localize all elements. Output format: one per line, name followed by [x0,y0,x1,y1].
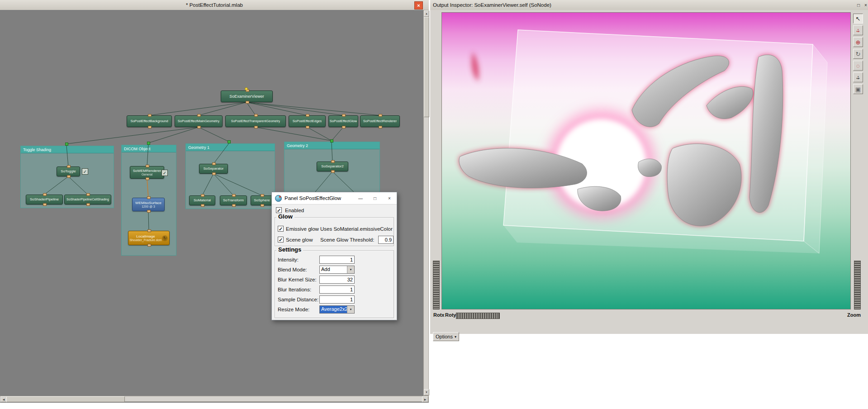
node-wemisosurface[interactable]: WEMIsoSurface 1200 @ 3 [132,198,165,211]
rotate-mode-button[interactable]: ↻ [853,49,863,59]
right-window-titlebar[interactable]: Output Inspector: SoExaminerViewer.self … [430,0,868,10]
horizontal-scrollbar[interactable]: ◀ ▶ [0,396,429,402]
horizontal-scroll-thumb[interactable] [6,396,125,402]
wem-renderer-checkbox[interactable]: ✓ [161,170,168,176]
cube-icon: ▣ [855,86,861,93]
group-input-connector[interactable] [330,139,333,143]
node-soshaderpipeline[interactable]: SoShaderPipeline [26,195,63,204]
blend-mode-select[interactable]: Add ▼ [319,266,355,274]
check-icon: ✓ [277,208,281,213]
roty-label: Roty [445,312,456,318]
perspective-mode-button[interactable]: ▣ [853,84,863,94]
zoom-thumbwheel[interactable] [854,261,861,309]
options-dropdown-icon: ▾ [455,335,456,339]
zoom-icon: ⊕ [856,39,861,46]
roty-thumbwheel[interactable] [456,313,500,319]
enabled-checkbox[interactable]: ✓ [276,207,282,213]
viewer-output-connector[interactable] [245,87,248,90]
node-soposteffectedges[interactable]: SoPostEffectEdges [289,115,326,127]
pick-mode-button[interactable]: ↖ [853,14,863,24]
scroll-left-icon[interactable]: ◀ [0,396,7,402]
node-localimage[interactable]: LocalImage Shoulder_Fracture.dcm ↻ [128,231,170,245]
seek-icon: ◌ [856,62,860,69]
blur-kernel-size-input[interactable] [319,276,355,284]
node-soposteffecttransparentgeometry[interactable]: SoPostEffectTransparentGeometry [225,115,286,127]
dialog-icon [275,195,282,202]
rotx-label: Rotx [433,312,444,318]
glow-group-title: Glow [276,213,294,220]
group-header-geometry-1[interactable]: Geometry 1 [186,144,275,151]
close-button[interactable]: × [414,1,423,10]
3d-viewport[interactable] [441,12,851,309]
node-soposteffectrenderer[interactable]: SoPostEffectRenderer [360,115,400,127]
resize-mode-select[interactable]: Average2x2 ▼ [319,305,355,314]
seek-mode-button[interactable]: ◌ [853,61,863,71]
panel-soposteffectglow-dialog[interactable]: Panel SoPostEffectGlow — □ × ✓ Enabled G… [271,192,397,320]
dropdown-arrow-icon[interactable]: ▼ [347,306,354,313]
group-header-dicom-object[interactable]: DICOM Object [122,145,176,152]
intensity-label: Intensity: [278,257,299,263]
translate-mode-button[interactable]: ↔↕ [853,72,863,82]
group-header-geometry-2[interactable]: Geometry 2 [285,142,379,149]
pan-mode-button[interactable]: ↔↕ [853,25,863,35]
maximize-button[interactable]: □ [855,1,862,9]
reload-icon[interactable]: ↻ [162,235,168,241]
maximize-button[interactable]: □ [368,192,382,204]
node-soshaderpipelinecellshading[interactable]: SoShaderPipelineCellShading [64,195,111,204]
node-soposteffectbackground[interactable]: SoPostEffectBackground [127,115,172,127]
scroll-right-icon[interactable]: ▶ [422,396,428,402]
node-soposteffectmaingeometry[interactable]: SoPostEffectMainGeometry [175,115,223,127]
group-header-toggle-shading[interactable]: Toggle Shading [21,146,114,153]
close-button[interactable]: × [862,1,868,9]
settings-group-title: Settings [276,246,303,253]
node-sosphere[interactable]: SoSphere [251,195,273,205]
enabled-label: Enabled [285,207,304,214]
check-icon: ✓ [163,171,166,176]
options-button[interactable]: Options ▾ [433,332,459,341]
node-sotransform[interactable]: SoTransform [220,195,247,205]
right-window-title: Output Inspector: SoExaminerViewer.self … [433,2,551,8]
dropdown-arrow-icon[interactable]: ▼ [347,266,354,273]
node-somaterial[interactable]: SoMaterial [189,195,215,205]
zoom-label: Zoom [845,312,861,318]
left-window-titlebar[interactable]: * PostEffectTutorial.mlab [0,0,429,10]
node-soseparator2[interactable]: SoSeparator2 [317,162,348,171]
scroll-down-icon[interactable]: ▼ [424,389,429,395]
minimize-button[interactable]: — [353,192,368,204]
node-soposteffectglow[interactable]: SoPostEffectGlow [328,115,358,127]
node-soexaminerviewer[interactable]: SoExaminerViewer [221,90,273,102]
emissive-glow-checkbox[interactable]: ✓ [278,226,284,232]
scene-glow-checkbox[interactable]: ✓ [278,237,284,243]
node-soseparator[interactable]: SoSeparator [199,164,228,174]
close-button[interactable]: × [382,192,397,204]
blur-iterations-input[interactable] [319,285,355,294]
screen: * PostEffectTutorial.mlab × Toggle Shadi… [0,0,868,409]
dialog-titlebar[interactable]: Panel SoPostEffectGlow — □ × [272,192,397,204]
group-input-connector[interactable] [228,140,231,143]
scene-glow-threshold-label: Scene Glow Threshold: [320,237,374,243]
scene-glow-threshold-input[interactable] [378,236,394,244]
blend-mode-label: Blend Mode: [278,266,307,273]
sample-distance-input[interactable] [319,295,355,304]
vertical-scroll-thumb[interactable] [424,17,429,117]
emissive-glow-note: Uses SoMaterial.emissiveColor [320,226,393,232]
scroll-up-icon[interactable]: ▲ [424,10,429,17]
check-icon: ✓ [83,169,87,174]
output-inspector-window: Output Inspector: SoExaminerViewer.self … [430,0,868,409]
rotx-thumbwheel[interactable] [433,261,440,309]
blur-iterations-label: Blur Iterations: [278,286,311,293]
node-sotoggle[interactable]: SoToggle [57,166,80,176]
pan-icon: ↔↕ [854,26,863,35]
pick-icon: ↖ [856,15,861,22]
group-input-connector[interactable] [65,143,68,146]
node-sowemrenderer[interactable]: SoWEMRenderer General [130,166,164,179]
toggle-checkbox[interactable]: ✓ [82,168,88,175]
intensity-input[interactable] [319,256,355,264]
vertical-scrollbar[interactable]: ▲ ▼ [423,10,429,396]
zoom-mode-button[interactable]: ⊕ [853,37,863,47]
resize-mode-label: Resize Mode: [278,306,309,313]
blur-kernel-size-label: Blur Kernel Size: [278,276,317,283]
dialog-title: Panel SoPostEffectGlow [285,195,353,201]
group-input-connector[interactable] [147,142,150,145]
translate-icon: ↔↕ [854,73,863,82]
